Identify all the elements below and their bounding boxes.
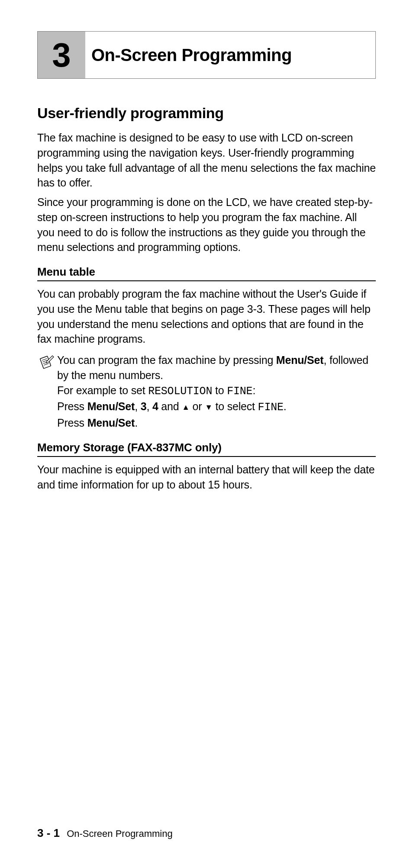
page-number: 3 - 1 (37, 826, 60, 839)
body-paragraph: Your machine is equipped with an interna… (37, 462, 376, 492)
note-fragment: . (284, 400, 287, 412)
chapter-number: 3 (52, 38, 71, 72)
note-fragment: Press (57, 417, 87, 429)
note-fragment: . (135, 417, 138, 429)
note-bold: 4 (152, 400, 158, 412)
note-fragment: For example to set (57, 384, 148, 396)
chapter-title: On-Screen Programming (85, 32, 292, 78)
note-fragment: , (135, 400, 141, 412)
note-fragment: You can program the fax machine by press… (57, 354, 276, 366)
body-paragraph: You can probably program the fax machine… (37, 286, 376, 347)
note-mono: RESOLUTION (148, 385, 212, 398)
up-arrow-icon: ▲ (182, 402, 190, 413)
svg-rect-0 (40, 356, 51, 369)
note-bold: Menu/Set (276, 354, 324, 366)
down-arrow-icon: ▼ (205, 402, 213, 413)
note-fragment: Press (57, 400, 87, 412)
note-fragment: or (190, 400, 205, 412)
note-fragment: : (252, 384, 255, 396)
note-fragment: and (158, 400, 182, 412)
note-bold: 3 (141, 400, 147, 412)
body-paragraph: Since your programming is done on the LC… (37, 195, 376, 255)
note-mono: FINE (227, 385, 252, 398)
chapter-header: 3 On-Screen Programming (37, 31, 376, 79)
note-icon (37, 354, 55, 371)
document-page: 3 On-Screen Programming User-friendly pr… (0, 0, 413, 868)
subsection-heading-memory-storage: Memory Storage (FAX-837MC only) (37, 441, 376, 457)
note-block: You can program the fax machine by press… (37, 353, 376, 431)
note-fragment: to select (213, 400, 258, 412)
section-heading-user-friendly: User-friendly programming (37, 105, 376, 122)
note-mono: FINE (258, 401, 284, 414)
chapter-number-box: 3 (38, 32, 85, 78)
note-fragment: to (212, 384, 227, 396)
note-fragment: , (146, 400, 152, 412)
page-footer: 3 - 1 On-Screen Programming (37, 826, 173, 840)
body-paragraph: The fax machine is designed to be easy t… (37, 130, 376, 190)
note-bold: Menu/Set (87, 400, 135, 412)
note-text: You can program the fax machine by press… (57, 353, 376, 431)
note-bold: Menu/Set (87, 417, 135, 429)
subsection-heading-menu-table: Menu table (37, 265, 376, 281)
running-title: On-Screen Programming (67, 828, 173, 839)
